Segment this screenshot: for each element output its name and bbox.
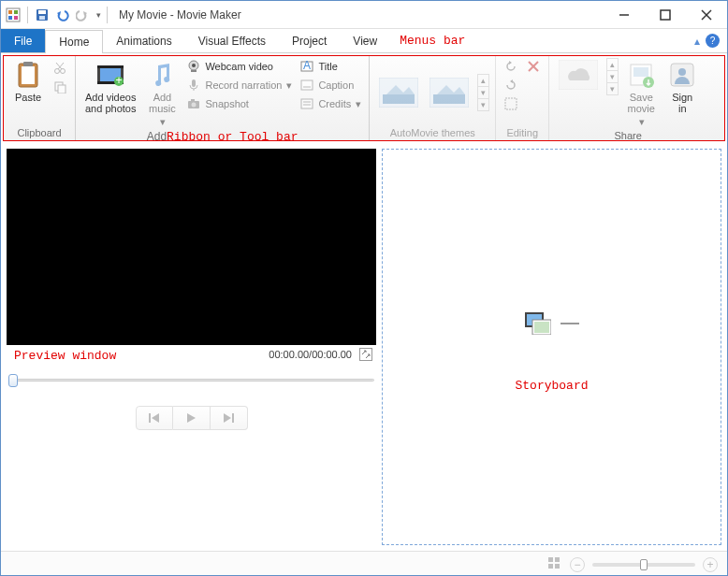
svg-rect-68 [555,557,560,562]
share-scroll-down[interactable]: ▾ [606,71,619,83]
svg-rect-23 [97,65,124,68]
time-display: 00:00.00/00:00.00 [269,349,352,360]
storyboard-pane[interactable]: Storyboard [382,149,721,545]
sign-in-button[interactable]: Sign in [663,58,701,116]
menu-right: ▴ ? [687,29,727,52]
svg-rect-46 [433,94,465,104]
add-music-button[interactable]: Add music▾ [143,58,181,129]
qat-dropdown-icon[interactable]: ▾ [96,10,101,20]
thumbnails-view-button[interactable] [547,556,562,572]
ribbon: Paste Clipboard + Add videos and photos … [4,56,724,140]
select-all-button[interactable] [502,95,520,112]
cut-button[interactable] [51,60,69,77]
preview-pane: Preview window 00:00.00/00:00.00 [7,149,376,545]
automovie-scroll-down[interactable]: ▾ [477,87,489,99]
svg-text:+: + [116,74,123,87]
save-icon[interactable] [34,7,51,23]
svg-rect-70 [555,564,560,569]
zoom-thumb[interactable] [640,559,648,570]
svg-rect-43 [383,94,415,104]
svg-rect-14 [23,62,33,66]
snapshot-button[interactable]: Snapshot [184,95,294,112]
help-icon[interactable]: ? [706,34,720,48]
copy-button[interactable] [51,79,69,95]
clipboard-icon [13,60,43,90]
seek-bar[interactable] [8,374,374,385]
automovie-theme-2[interactable] [426,76,473,109]
svg-point-33 [192,103,197,108]
clip-placeholder-icon [525,312,551,335]
menu-project[interactable]: Project [279,29,340,52]
group-automovie: ▴ ▾ ▾ AutoMovie themes [370,56,496,140]
seek-thumb[interactable] [8,374,18,387]
menu-visual-effects[interactable]: Visual Effects [185,29,279,52]
remove-button[interactable] [524,58,543,75]
playback-controls [7,406,376,430]
svg-rect-69 [548,564,553,569]
svg-rect-7 [39,16,45,20]
svg-rect-57 [149,413,151,423]
webcam-button[interactable]: Webcam video [184,58,294,75]
save-movie-icon [626,60,656,90]
svg-rect-37 [301,80,313,90]
minimize-button[interactable] [604,2,645,28]
ribbon-collapse-icon[interactable]: ▴ [694,35,700,48]
menu-animations[interactable]: Animations [103,29,184,52]
svg-rect-48 [505,98,517,109]
play-button[interactable] [173,406,211,430]
zoom-in-button[interactable]: + [703,557,718,572]
menu-view[interactable]: View [340,29,390,52]
svg-marker-58 [152,413,159,423]
title-bar: ▾ My Movie - Movie Maker [1,1,727,29]
menu-bar: File Home Animations Visual Effects Proj… [1,29,727,53]
menu-home[interactable]: Home [45,30,103,53]
paste-button[interactable]: Paste [9,58,47,105]
svg-point-15 [55,69,60,74]
annotation-ribbon: Ribbon or Tool bar [167,130,298,144]
video-preview[interactable] [7,149,376,345]
menu-file[interactable]: File [1,29,45,52]
close-button[interactable] [686,2,727,28]
rotate-right-button[interactable] [502,77,520,94]
add-caption-button[interactable]: Caption [298,77,363,94]
annotation-menus: Menus bar [400,29,465,52]
zoom-slider[interactable] [592,563,695,567]
group-label-add: AddRibbon or Tool bar [81,129,363,146]
title-icon: A [299,59,314,74]
redo-icon[interactable] [75,7,92,23]
svg-rect-67 [548,557,553,562]
quick-access-toolbar: ▾ [1,7,113,23]
rotate-left-button[interactable] [502,58,520,75]
group-label-clipboard: Clipboard [9,126,69,140]
app-icon [5,7,22,23]
add-title-button[interactable]: ATitle [298,58,363,75]
svg-rect-30 [192,79,196,87]
fullscreen-button[interactable] [359,348,372,361]
maximize-button[interactable] [645,2,686,28]
undo-icon[interactable] [54,7,71,23]
record-narration-button[interactable]: Record narration▾ [184,77,294,94]
share-more[interactable]: ▾ [606,83,619,95]
svg-rect-65 [534,322,549,333]
svg-rect-1 [8,10,12,14]
svg-marker-59 [187,413,196,423]
select-all-icon [503,96,518,111]
svg-rect-9 [661,10,670,20]
automovie-more[interactable]: ▾ [477,99,489,111]
group-label-automovie: AutoMovie themes [375,126,489,140]
webcam-icon [186,59,201,74]
group-label-editing: Editing [502,126,543,140]
next-frame-button[interactable] [211,406,248,430]
add-credits-button[interactable]: Credits▾ [298,95,363,112]
svg-point-28 [192,64,196,67]
svg-rect-61 [232,413,234,423]
save-movie-button[interactable]: Save movie▾ [622,58,660,129]
automovie-scroll-up[interactable]: ▴ [477,74,489,87]
prev-frame-button[interactable] [136,406,173,430]
share-scroll-up[interactable]: ▴ [606,58,619,71]
zoom-out-button[interactable]: − [570,557,585,572]
share-onedrive-button[interactable] [555,58,602,92]
add-videos-button[interactable]: + Add videos and photos [81,58,139,116]
automovie-theme-1[interactable] [375,76,422,109]
storyboard-placeholder [525,312,579,335]
